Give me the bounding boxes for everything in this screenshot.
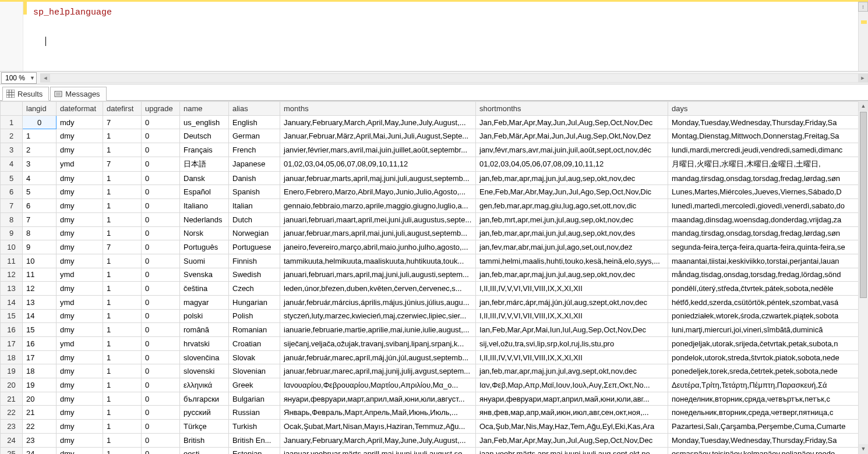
cell-upgrade[interactable]: 0 bbox=[142, 282, 180, 296]
cell-months[interactable]: januar,februar,marec,april,maj,junij,jul… bbox=[280, 364, 476, 378]
cell-days[interactable]: måndag,tisdag,onsdag,torsdag,fredag,lörd… bbox=[668, 268, 859, 282]
cell-dateformat[interactable]: mdy bbox=[57, 115, 103, 129]
tab-results[interactable]: Results bbox=[2, 87, 49, 101]
cell-months[interactable]: gennaio,febbraio,marzo,aprile,maggio,giu… bbox=[280, 199, 476, 213]
cell-name[interactable]: British bbox=[180, 433, 229, 447]
cell-dateformat[interactable]: ymd bbox=[57, 157, 103, 171]
cell-name[interactable]: Italiano bbox=[180, 199, 229, 213]
cell-datefirst[interactable]: 7 bbox=[103, 240, 142, 254]
cell-dateformat[interactable]: ymd bbox=[57, 337, 103, 351]
table-row[interactable]: 54dmy10DanskDanishjanuar,februar,marts,a… bbox=[1, 171, 859, 185]
table-row[interactable]: 1110dmy10SuomiFinnishtammikuuta,helmikuu… bbox=[1, 254, 859, 268]
tab-messages[interactable]: Messages bbox=[50, 87, 106, 101]
cell-shortmonths[interactable]: Jan,Feb,Mar,Apr,May,Jun,Jul,Aug,Sep,Oct,… bbox=[476, 433, 668, 447]
cell-alias[interactable]: Slovak bbox=[229, 350, 280, 364]
cell-months[interactable]: Январь,Февраль,Март,Апрель,Май,Июнь,Июль… bbox=[280, 406, 476, 420]
editor-splitter-handle[interactable] bbox=[858, 2, 868, 12]
table-row[interactable]: 21dmy10DeutschGermanJanuar,Februar,März,… bbox=[1, 129, 859, 143]
cell-shortmonths[interactable]: Jan,Feb,Mar,Apr,May,Jun,Jul,Aug,Sep,Oct,… bbox=[476, 115, 668, 129]
table-row[interactable]: 87dmy10NederlandsDutchjanuari,februari,m… bbox=[1, 212, 859, 226]
cell-datefirst[interactable]: 1 bbox=[103, 364, 142, 378]
cell-days[interactable]: maandag,dinsdag,woensdag,donderdag,vrijd… bbox=[668, 212, 859, 226]
cell-upgrade[interactable]: 0 bbox=[142, 295, 180, 309]
cell-alias[interactable]: Estonian bbox=[229, 447, 280, 454]
cell-name[interactable]: polski bbox=[180, 309, 229, 323]
cell-upgrade[interactable]: 0 bbox=[142, 199, 180, 213]
row-number[interactable]: 2 bbox=[1, 129, 23, 143]
cell-langid[interactable]: 3 bbox=[23, 157, 57, 171]
cell-days[interactable]: hétfő,kedd,szerda,csütörtök,péntek,szomb… bbox=[668, 295, 859, 309]
table-row[interactable]: 32dmy10FrançaisFrenchjanvier,février,mar… bbox=[1, 143, 859, 157]
cell-days[interactable]: ponedeljek,torek,sreda,četrtek,petek,sob… bbox=[668, 364, 859, 378]
col-alias[interactable]: alias bbox=[229, 102, 280, 116]
cell-shortmonths[interactable]: Ιαν,Φεβ,Μαρ,Απρ,Μαϊ,Ιουν,Ιουλ,Αυγ,Σεπ,Οκ… bbox=[476, 378, 668, 392]
cell-months[interactable]: styczeń,luty,marzec,kwiecień,maj,czerwie… bbox=[280, 309, 476, 323]
cell-name[interactable]: us_english bbox=[180, 115, 229, 129]
table-row[interactable]: 1211ymd10SvenskaSwedishjanuari,februari,… bbox=[1, 268, 859, 282]
row-number[interactable]: 10 bbox=[1, 240, 23, 254]
cell-dateformat[interactable]: dmy bbox=[57, 129, 103, 143]
cell-datefirst[interactable]: 1 bbox=[103, 350, 142, 364]
cell-upgrade[interactable]: 0 bbox=[142, 143, 180, 157]
cell-upgrade[interactable]: 0 bbox=[142, 337, 180, 351]
cell-days[interactable]: ponedjeljak,utorak,srijeda,četvrtak,peta… bbox=[668, 337, 859, 351]
table-row[interactable]: 2120dmy10българскиBulgarianянуари,февруа… bbox=[1, 392, 859, 406]
cell-dateformat[interactable]: dmy bbox=[57, 212, 103, 226]
cell-days[interactable]: Pazartesi,Salı,Çarşamba,Perşembe,Cuma,Cu… bbox=[668, 420, 859, 434]
cell-months[interactable]: January,February,March,April,May,June,Ju… bbox=[280, 433, 476, 447]
cell-langid[interactable]: 16 bbox=[23, 337, 57, 351]
results-grid[interactable]: langid dateformat datefirst upgrade name… bbox=[0, 101, 858, 454]
cell-days[interactable]: Lunes,Martes,Miércoles,Jueves,Viernes,Sá… bbox=[668, 185, 859, 199]
row-number[interactable]: 14 bbox=[1, 295, 23, 309]
cell-name[interactable]: Español bbox=[180, 185, 229, 199]
cell-alias[interactable]: British En... bbox=[229, 433, 280, 447]
cell-days[interactable]: pondělí,úterý,středa,čtvrtek,pátek,sobot… bbox=[668, 282, 859, 296]
cell-months[interactable]: siječanj,veljača,ožujak,travanj,svibanj,… bbox=[280, 337, 476, 351]
sql-editor[interactable]: sp_helplanguage bbox=[0, 2, 868, 72]
cell-dateformat[interactable]: dmy bbox=[57, 378, 103, 392]
col-langid[interactable]: langid bbox=[23, 102, 57, 116]
cell-langid[interactable]: 17 bbox=[23, 350, 57, 364]
results-grid-scroll[interactable]: langid dateformat datefirst upgrade name… bbox=[0, 101, 858, 454]
row-number[interactable]: 25 bbox=[1, 447, 23, 454]
row-number[interactable]: 18 bbox=[1, 350, 23, 364]
cell-months[interactable]: Enero,Febrero,Marzo,Abril,Mayo,Junio,Jul… bbox=[280, 185, 476, 199]
table-row[interactable]: 98dmy10NorskNorwegianjanuar,februar,mars… bbox=[1, 226, 859, 240]
cell-langid[interactable]: 12 bbox=[23, 282, 57, 296]
row-number[interactable]: 20 bbox=[1, 378, 23, 392]
row-number[interactable]: 19 bbox=[1, 364, 23, 378]
cell-datefirst[interactable]: 1 bbox=[103, 226, 142, 240]
cell-dateformat[interactable]: dmy bbox=[57, 364, 103, 378]
cell-days[interactable]: понедельник,вторник,среда,четверг,пятниц… bbox=[668, 406, 859, 420]
cell-days[interactable]: pondelok,utorok,streda,štvrtok,piatok,so… bbox=[668, 350, 859, 364]
cell-days[interactable]: esmaspäev,teisipäev,kolmapäev,neljapäev,… bbox=[668, 447, 859, 454]
cell-months[interactable]: januari,februari,maart,april,mei,juni,ju… bbox=[280, 212, 476, 226]
col-datefirst[interactable]: datefirst bbox=[103, 102, 142, 116]
cell-shortmonths[interactable]: jan,feb,mar,apr,maj,jun,jul,aug,sep,okt,… bbox=[476, 268, 668, 282]
scroll-up-button[interactable]: ▲ bbox=[859, 101, 868, 111]
cell-dateformat[interactable]: ymd bbox=[57, 295, 103, 309]
cell-upgrade[interactable]: 0 bbox=[142, 171, 180, 185]
cell-upgrade[interactable]: 0 bbox=[142, 433, 180, 447]
cell-upgrade[interactable]: 0 bbox=[142, 309, 180, 323]
cell-alias[interactable]: Dutch bbox=[229, 212, 280, 226]
cell-months[interactable]: leden,únor,březen,duben,květen,červen,če… bbox=[280, 282, 476, 296]
cell-dateformat[interactable]: dmy bbox=[57, 406, 103, 420]
cell-alias[interactable]: Italian bbox=[229, 199, 280, 213]
grid-vertical-scrollbar[interactable]: ▲ ▼ bbox=[858, 101, 868, 454]
cell-shortmonths[interactable]: jan,feb,mar,apr,maj,jun,jul,aug,sep,okt,… bbox=[476, 171, 668, 185]
table-row[interactable]: 2423dmy10BritishBritish En...January,Feb… bbox=[1, 433, 859, 447]
cell-dateformat[interactable]: dmy bbox=[57, 240, 103, 254]
cell-datefirst[interactable]: 1 bbox=[103, 295, 142, 309]
row-number[interactable]: 4 bbox=[1, 157, 23, 171]
cell-dateformat[interactable]: dmy bbox=[57, 323, 103, 337]
row-number[interactable]: 7 bbox=[1, 199, 23, 213]
col-shortmonths[interactable]: shortmonths bbox=[476, 102, 668, 116]
cell-months[interactable]: jaanuar,veebruar,märts,aprill,mai,juuni,… bbox=[280, 447, 476, 454]
cell-days[interactable]: maanantai,tiistai,keskiviikko,torstai,pe… bbox=[668, 254, 859, 268]
cell-months[interactable]: januari,februari,mars,april,maj,juni,jul… bbox=[280, 268, 476, 282]
cell-alias[interactable]: Greek bbox=[229, 378, 280, 392]
table-row[interactable]: 1312dmy10češtinaCzechleden,únor,březen,d… bbox=[1, 282, 859, 296]
table-row[interactable]: 2524dmy10eestiEstonianjaanuar,veebruar,m… bbox=[1, 447, 859, 454]
cell-shortmonths[interactable]: Ene,Feb,Mar,Abr,May,Jun,Jul,Ago,Sep,Oct,… bbox=[476, 185, 668, 199]
